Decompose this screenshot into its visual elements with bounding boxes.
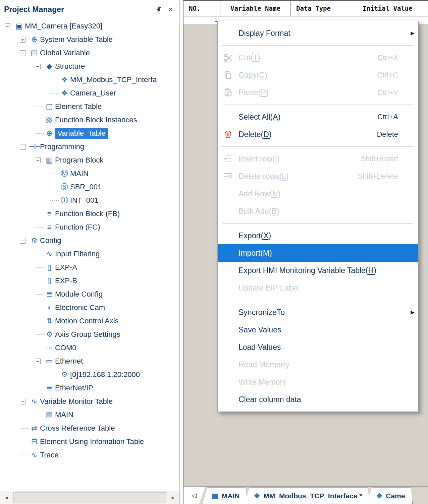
- tree-item-element-using-infomation-table[interactable]: ⊟Element Using Infomation Table: [0, 435, 179, 448]
- tree-item-mm-camera-easy320[interactable]: −▣MM_Camera [Easy320]: [0, 19, 179, 33]
- tree-item-config[interactable]: −⚙Config: [0, 234, 179, 247]
- collapse-minus-icon[interactable]: −: [35, 158, 41, 163]
- tree-item-function-fc[interactable]: ≡Function (FC): [0, 220, 179, 234]
- menu-item-export-hmi-monitoring-variable-table-h[interactable]: Export HMI Monitoring Variable Table(H): [218, 262, 418, 279]
- program-block-icon: ▦: [44, 156, 55, 164]
- scrollbar-track[interactable]: [13, 491, 167, 504]
- tree-item-int-001[interactable]: ⒾINT_001: [0, 194, 179, 207]
- tree-item-input-filtering[interactable]: ∿Input Filtering: [0, 247, 179, 261]
- exp-icon: ▯: [44, 264, 55, 271]
- collapse-minus-icon[interactable]: −: [35, 64, 41, 69]
- tree-item-variable-table[interactable]: ⊕Variable_Table: [0, 127, 179, 140]
- ip-endpoint-icon: ⚙: [59, 371, 70, 378]
- tree-item-label: Cross Reference Table: [40, 424, 115, 433]
- menu-item-label: Import(M): [238, 249, 407, 258]
- collapse-minus-icon[interactable]: −: [20, 399, 25, 404]
- tree-item-electronic-cam[interactable]: ◗Electronic Cam: [0, 301, 179, 314]
- menu-item-label: SyncronizeTo: [238, 308, 407, 317]
- menu-item-clear-column-data[interactable]: Clear column data: [218, 391, 418, 408]
- tree-item-camera-user[interactable]: ❖Camera_User: [0, 86, 179, 100]
- tree-item-label: Function Block Instances: [55, 116, 137, 124]
- tree-item-programming[interactable]: −⊣⊢Programming: [0, 140, 179, 153]
- program-tab-icon: ▦: [212, 492, 218, 499]
- menu-item-load-values[interactable]: Load Values: [218, 338, 418, 356]
- tab-main[interactable]: ▦MAIN: [203, 488, 248, 504]
- menu-item-label: Copy(C): [238, 71, 377, 80]
- tree-item-ethernet-ip[interactable]: ≣EtherNet/IP: [0, 381, 179, 395]
- tree-item-main[interactable]: ▤MAIN: [0, 408, 179, 422]
- menu-item-export-x[interactable]: Export(X): [218, 227, 418, 244]
- column-header-initial-value[interactable]: Initial Value: [357, 1, 424, 16]
- menu-item-save-values[interactable]: Save Values: [218, 321, 418, 338]
- tree-connector: [50, 80, 59, 80]
- tree-item-exp-a[interactable]: ▯EXP-A: [0, 261, 179, 274]
- computer-icon: ▣: [13, 22, 25, 30]
- menu-shortcut: Shift+Delete: [358, 172, 407, 181]
- tree-connector: [20, 428, 29, 429]
- tree-item-function-block-instances[interactable]: ▧Function Block Instances: [0, 113, 179, 127]
- tree-item-function-block-fb[interactable]: ≡Function Block (FB): [0, 207, 179, 220]
- expand-plus-icon[interactable]: +: [20, 37, 25, 43]
- tab-came[interactable]: ❖Came: [367, 488, 413, 504]
- element-table-icon: ▢: [44, 103, 55, 110]
- column-header-extra[interactable]: [424, 1, 428, 16]
- menu-item-syncronizeto[interactable]: SyncronizeTo▶: [218, 304, 418, 321]
- tab-mm-modbus-tcp-interface[interactable]: ❖MM_Modbus_TCP_Interface *: [245, 488, 370, 504]
- tree-connector: [35, 120, 44, 120]
- project-tree: −▣MM_Camera [Easy320]+⊕System Variable T…: [0, 19, 179, 491]
- collapse-minus-icon[interactable]: −: [20, 144, 25, 150]
- tree-item-label: Structure: [55, 62, 85, 71]
- tree-item-system-variable-table[interactable]: +⊕System Variable Table: [0, 33, 179, 46]
- tree-item-0-192-168-1-20-2000[interactable]: ⚙[0]192.168.1.20:2000: [0, 368, 179, 381]
- tree-item-variable-monitor-table[interactable]: −∿Variable Monitor Table: [0, 395, 179, 408]
- tree-item-exp-b[interactable]: ▯EXP-B: [0, 274, 179, 288]
- tree-item-mm-modbus-tcp-interfa[interactable]: ❖MM_Modbus_TCP_Interfa: [0, 73, 179, 86]
- menu-item-delete-d[interactable]: Delete(D)Delete: [218, 126, 418, 143]
- menu-item-label: Write Memory: [238, 378, 407, 387]
- menu-item-label: Add Row(N): [238, 189, 407, 198]
- column-header-data-type[interactable]: Data Type: [291, 1, 357, 16]
- scroll-left-icon[interactable]: ◄: [0, 491, 13, 504]
- int-program-icon: Ⓘ: [59, 197, 70, 204]
- collapse-minus-icon[interactable]: −: [20, 50, 25, 56]
- tree-item-label: Camera_User: [70, 89, 116, 98]
- pin-icon[interactable]: [153, 3, 165, 15]
- menu-item-import-m[interactable]: Import(M): [218, 244, 418, 262]
- globe-icon: ⊕: [29, 36, 40, 43]
- tree-item-program-block[interactable]: −▦Program Block: [0, 153, 179, 167]
- tree-connector: [35, 334, 44, 335]
- tree-item-axis-group-settings[interactable]: ⚙Axis Group Settings: [0, 328, 179, 341]
- tree-connector: [35, 254, 44, 254]
- axis-group-icon: ⚙: [44, 331, 55, 338]
- tree-item-label: Ethernet: [55, 357, 83, 366]
- tree-item-ethernet[interactable]: −▭Ethernet: [0, 355, 179, 368]
- collapse-minus-icon[interactable]: −: [35, 359, 41, 364]
- tree-connector: [35, 227, 44, 228]
- tree-item-motion-control-axis[interactable]: ⇅Motion Control Axis: [0, 314, 179, 328]
- tree-item-com0[interactable]: ⋯COM0: [0, 341, 179, 355]
- sbr-program-icon: Ⓢ: [59, 183, 70, 191]
- tree-item-module-config[interactable]: ≣Module Config: [0, 288, 179, 301]
- tree-item-trace[interactable]: ∿Trace: [0, 448, 179, 462]
- column-header-variable-name[interactable]: Variable Name: [220, 1, 291, 16]
- tree-item-sbr-001[interactable]: ⓈSBR_001: [0, 180, 179, 194]
- menu-item-select-all-a[interactable]: Select All(A)Ctrl+A: [218, 108, 418, 126]
- close-icon[interactable]: ×: [165, 3, 177, 15]
- column-header-no[interactable]: NO.: [183, 1, 220, 16]
- tree-connector: [35, 348, 44, 348]
- menu-shortcut: Delete: [377, 130, 407, 139]
- tree-item-structure[interactable]: −◆Structure: [0, 60, 179, 73]
- tab-scroll-left-icon[interactable]: ◁: [183, 487, 205, 504]
- tree-item-cross-reference-table[interactable]: ⇄Cross Reference Table: [0, 422, 179, 435]
- ethernet-ip-icon: ≣: [44, 384, 55, 392]
- tree-item-global-variable[interactable]: −▤Global Variable: [0, 46, 179, 60]
- collapse-minus-icon[interactable]: −: [20, 238, 25, 244]
- row-number-cell[interactable]: 1: [183, 16, 220, 24]
- tree-item-main[interactable]: ⓂMAIN: [0, 167, 179, 180]
- tree-connector: [50, 200, 59, 201]
- scrollbar-thumb[interactable]: [13, 492, 166, 503]
- menu-item-display-format[interactable]: Display Format▶: [218, 24, 418, 42]
- scroll-right-icon[interactable]: ►: [167, 491, 179, 504]
- collapse-minus-icon[interactable]: −: [5, 23, 10, 29]
- tree-item-element-table[interactable]: ▢Element Table: [0, 100, 179, 113]
